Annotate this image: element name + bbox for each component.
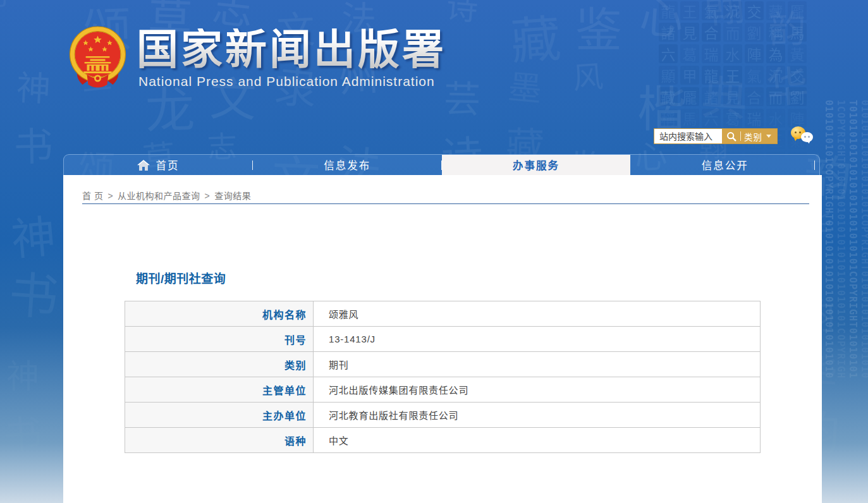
content-panel: 首 页>从业机构和产品查询>查询结果 期刊/期刊社查询 机构名称 颂雅风 刊号 … xyxy=(63,175,822,503)
row-value: 期刊 xyxy=(314,352,761,377)
row-value: 13-1413/J xyxy=(314,327,761,352)
nav-tab-disclosure-label: 信息公开 xyxy=(702,157,749,173)
search-divider xyxy=(740,131,741,141)
table-row-supervisor: 主管单位 河北出版传媒集团有限责任公司 xyxy=(125,377,761,403)
row-value: 颂雅风 xyxy=(314,301,761,327)
nav-tab-services[interactable]: 办事服务 xyxy=(442,155,631,175)
nav-tab-home[interactable]: 首页 xyxy=(64,155,253,175)
breadcrumb-query[interactable]: 从业机构和产品查询 xyxy=(118,191,200,201)
row-label: 语种 xyxy=(125,428,314,453)
main-nav: 首页 信息发布 办事服务 信息公开 xyxy=(63,154,820,175)
row-label: 主办单位 xyxy=(125,403,314,428)
table-row-language: 语种 中文 xyxy=(125,428,761,453)
nav-divider xyxy=(814,161,815,170)
nav-tab-disclosure[interactable]: 信息公开 xyxy=(630,155,819,175)
row-label: 刊号 xyxy=(125,327,314,352)
nav-tab-home-label: 首页 xyxy=(156,157,179,173)
page: 书颂草志文法诗藏鉴心翰韵神宝龙文隶州芸墨风楷典华书颂草志文法诗藏鉴心翰韵神宝龙文… xyxy=(0,0,868,503)
breadcrumb-separator: > xyxy=(107,191,113,201)
nav-tab-services-label: 办事服务 xyxy=(513,157,559,173)
table-row-category: 类别 期刊 xyxy=(125,352,761,377)
row-label: 类别 xyxy=(125,352,314,377)
section-title: 期刊/期刊社查询 xyxy=(136,269,226,286)
breadcrumb-rule xyxy=(82,203,809,204)
search-icon[interactable] xyxy=(726,131,737,142)
table-row-issn: 刊号 13-1413/J xyxy=(125,327,761,352)
row-value: 中文 xyxy=(314,428,761,453)
site-search: 类别 xyxy=(654,128,778,144)
nav-tab-news-label: 信息发布 xyxy=(324,157,370,173)
breadcrumb-home[interactable]: 首 页 xyxy=(82,191,103,201)
row-value: 河北出版传媒集团有限责任公司 xyxy=(314,377,761,403)
home-icon xyxy=(137,160,150,171)
table-row-org-name: 机构名称 颂雅风 xyxy=(125,301,761,327)
search-category-label[interactable]: 类别 xyxy=(744,130,762,143)
breadcrumb-result: 查询结果 xyxy=(214,191,251,201)
breadcrumb-separator: > xyxy=(205,191,211,201)
search-input[interactable] xyxy=(654,129,722,143)
nav-tab-news[interactable]: 信息发布 xyxy=(253,155,442,175)
row-label: 主管单位 xyxy=(125,377,314,403)
national-emblem-logo xyxy=(66,23,130,91)
wechat-icon[interactable] xyxy=(791,126,814,146)
chevron-down-icon[interactable] xyxy=(766,135,771,138)
row-label: 机构名称 xyxy=(125,301,314,327)
result-table: 机构名称 颂雅风 刊号 13-1413/J 类别 期刊 主管单位 河北出版传媒集… xyxy=(125,301,761,453)
table-row-sponsor: 主办单位 河北教育出版社有限责任公司 xyxy=(125,403,761,428)
wechat-bubble-small xyxy=(801,132,813,142)
site-title-english: National Press and Publication Administr… xyxy=(138,74,435,89)
site-title: 国家新闻出版署 xyxy=(137,28,446,70)
breadcrumb: 首 页>从业机构和产品查询>查询结果 xyxy=(82,189,251,202)
search-actions[interactable]: 类别 xyxy=(722,129,777,143)
row-value: 河北教育出版社有限责任公司 xyxy=(314,403,761,428)
